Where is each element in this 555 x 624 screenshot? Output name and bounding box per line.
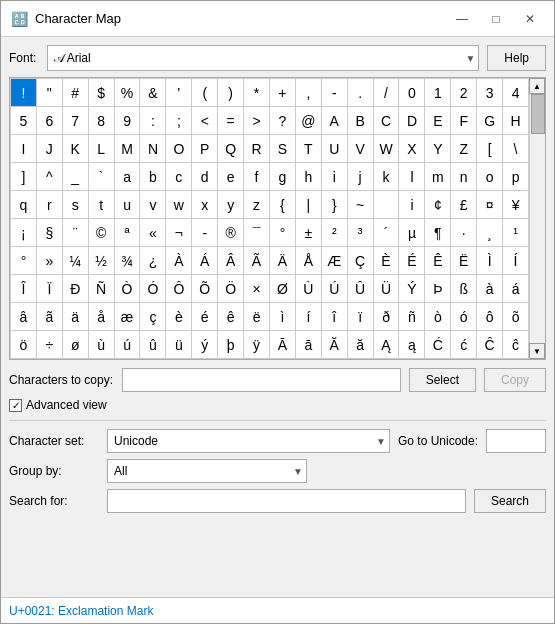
char-cell[interactable]: K [63, 135, 89, 163]
character-set-select[interactable]: Unicode Windows: Western DOS: Latin US [107, 429, 390, 453]
char-cell[interactable]: 9 [115, 107, 141, 135]
char-cell[interactable]: \ [503, 135, 529, 163]
advanced-view-checkbox[interactable]: ✓ [9, 399, 22, 412]
char-cell[interactable]: ¤ [477, 191, 503, 219]
char-cell[interactable]: ĉ [503, 331, 529, 359]
char-cell[interactable]: ( [192, 79, 218, 107]
char-cell[interactable]: 1 [425, 79, 451, 107]
char-cell[interactable]: ~ [348, 191, 374, 219]
char-cell[interactable]: Â [218, 247, 244, 275]
char-cell[interactable]: ª [115, 219, 141, 247]
char-cell[interactable]: ö [11, 331, 37, 359]
char-cell[interactable]: ¸ [477, 219, 503, 247]
char-cell[interactable]: © [89, 219, 115, 247]
search-button[interactable]: Search [474, 489, 546, 513]
help-button[interactable]: Help [487, 45, 546, 71]
char-cell[interactable]: ½ [89, 247, 115, 275]
char-cell[interactable]: # [63, 79, 89, 107]
char-cell[interactable]: 4 [503, 79, 529, 107]
char-cell[interactable]: þ [218, 331, 244, 359]
char-cell[interactable]: $ [89, 79, 115, 107]
char-cell[interactable]: U [322, 135, 348, 163]
char-cell[interactable]: ć [451, 331, 477, 359]
char-cell[interactable]: { [270, 191, 296, 219]
char-cell[interactable]: Y [425, 135, 451, 163]
char-cell[interactable]: 2 [451, 79, 477, 107]
char-cell[interactable]: 7 [63, 107, 89, 135]
char-cell[interactable]: 5 [11, 107, 37, 135]
char-cell[interactable]: Ö [218, 275, 244, 303]
char-cell[interactable]: ã [37, 303, 63, 331]
char-cell[interactable]: R [244, 135, 270, 163]
char-cell[interactable]: ' [166, 79, 192, 107]
char-cell[interactable]: Ë [451, 247, 477, 275]
char-cell[interactable]: Ý [399, 275, 425, 303]
char-cell[interactable]: ü [166, 331, 192, 359]
char-cell[interactable]: Ā [270, 331, 296, 359]
char-cell[interactable]: | [296, 191, 322, 219]
char-cell[interactable]: Å [296, 247, 322, 275]
char-cell[interactable]: ¬ [166, 219, 192, 247]
char-cell[interactable]: k [374, 163, 400, 191]
char-cell[interactable]: ] [11, 163, 37, 191]
char-cell[interactable]: ¢ [425, 191, 451, 219]
font-select[interactable]: 𝒜 Arial [47, 45, 479, 71]
char-cell[interactable]: ¹ [503, 219, 529, 247]
char-cell[interactable]: N [140, 135, 166, 163]
char-cell[interactable]: Ê [425, 247, 451, 275]
char-cell[interactable]: È [374, 247, 400, 275]
char-cell[interactable]: + [270, 79, 296, 107]
char-cell[interactable]: . [348, 79, 374, 107]
char-cell[interactable]: - [322, 79, 348, 107]
char-cell[interactable]: c [166, 163, 192, 191]
char-cell[interactable]: ó [451, 303, 477, 331]
char-cell[interactable]: ° [270, 219, 296, 247]
char-cell[interactable]: y [218, 191, 244, 219]
char-cell[interactable]: V [348, 135, 374, 163]
char-cell[interactable]: 8 [89, 107, 115, 135]
char-cell[interactable]: » [37, 247, 63, 275]
char-cell[interactable]: j [348, 163, 374, 191]
char-cell[interactable]: Ă [322, 331, 348, 359]
char-cell[interactable]: - [192, 219, 218, 247]
char-cell[interactable]: · [451, 219, 477, 247]
char-cell[interactable]: Ć [425, 331, 451, 359]
char-cell[interactable]: Ü [374, 275, 400, 303]
char-cell[interactable]: ¾ [115, 247, 141, 275]
char-cell[interactable]: o [477, 163, 503, 191]
char-cell[interactable]: Ô [166, 275, 192, 303]
char-cell[interactable]: è [166, 303, 192, 331]
char-cell[interactable]: ` [89, 163, 115, 191]
char-cell[interactable]: M [115, 135, 141, 163]
char-cell[interactable]: H [503, 107, 529, 135]
char-cell[interactable]: ¶ [425, 219, 451, 247]
char-cell[interactable]: ß [451, 275, 477, 303]
char-cell[interactable]: Ç [348, 247, 374, 275]
minimize-button[interactable]: — [446, 7, 478, 31]
char-cell[interactable]: ´ [374, 219, 400, 247]
char-cell[interactable]: ë [244, 303, 270, 331]
char-cell[interactable]: Í [503, 247, 529, 275]
char-cell[interactable]: ą [399, 331, 425, 359]
char-cell[interactable]: T [296, 135, 322, 163]
char-cell[interactable]: ¯ [244, 219, 270, 247]
goto-unicode-input[interactable] [486, 429, 546, 453]
char-cell[interactable]: J [37, 135, 63, 163]
char-cell[interactable]: Ø [270, 275, 296, 303]
char-cell[interactable]: ) [218, 79, 244, 107]
char-cell[interactable]: x [192, 191, 218, 219]
char-cell[interactable]: D [399, 107, 425, 135]
char-cell[interactable]: z [244, 191, 270, 219]
char-cell[interactable]: É [399, 247, 425, 275]
char-cell[interactable]: ^ [37, 163, 63, 191]
char-cell[interactable]: Ĉ [477, 331, 503, 359]
char-cell[interactable]: ă [348, 331, 374, 359]
char-cell[interactable]: Ó [140, 275, 166, 303]
char-cell[interactable]: W [374, 135, 400, 163]
char-cell[interactable]: B [348, 107, 374, 135]
char-cell[interactable]: L [89, 135, 115, 163]
char-cell[interactable] [374, 191, 400, 219]
char-cell[interactable]: i [399, 191, 425, 219]
char-cell[interactable]: I [11, 135, 37, 163]
char-cell[interactable]: a [115, 163, 141, 191]
